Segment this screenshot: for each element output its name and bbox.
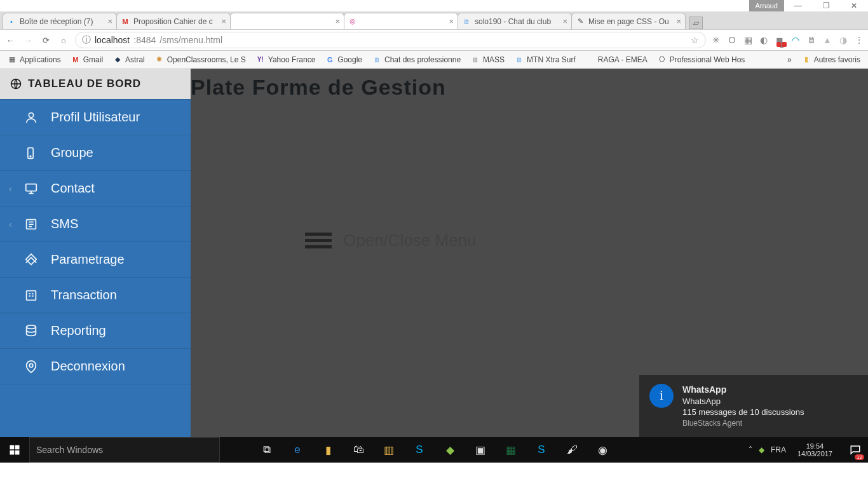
yahoo-icon: Y! [256,55,265,64]
bookmark-item[interactable]: 🗎MTN Xtra Surf [511,53,580,66]
taskbar-app-explorer[interactable]: ▮ [313,437,343,463]
browser-tab[interactable]: • Boîte de réception (7) × [3,13,117,29]
sidebar-item-profil[interactable]: Profil Utilisateur [0,99,191,135]
tray-icon[interactable]: ◆ [759,445,764,454]
sidebar-item-parametrage[interactable]: Parametrage [0,241,191,277]
forward-button[interactable]: → [22,36,34,45]
start-button[interactable] [0,444,29,456]
taskbar-search[interactable]: Search Windows [29,437,220,463]
tab-close-button[interactable]: × [221,17,226,26]
extension-icon[interactable]: ◼1 [775,35,785,45]
action-center-count: 12 [855,454,864,460]
bookmarks-overflow-button[interactable]: » [783,53,796,66]
action-center-button[interactable]: 12 [843,437,868,463]
gmail-icon: M [71,55,80,64]
extension-icon[interactable]: ◑ [838,35,848,45]
bookmark-item[interactable]: ⎔Professional Web Hos [654,53,749,66]
browser-menu-button[interactable]: ⋮ [854,35,864,45]
extension-icon[interactable]: ✳ [711,35,721,45]
tab-close-button[interactable]: × [335,17,340,26]
new-tab-button[interactable]: ▱ [689,17,703,29]
taskbar-app-edge[interactable]: e [282,437,313,463]
bookmark-item[interactable]: ▦Applications [4,53,65,66]
sidebar-item-label: Contact [51,181,95,196]
site-icon: ✺ [155,55,164,64]
notification-toast[interactable]: i WhatsApp WhatsApp 115 messages de 10 d… [639,375,868,437]
extension-icon[interactable]: ▲ [822,35,832,45]
bookmark-item[interactable]: ◆Astral [109,53,149,66]
page-icon: 🗎 [515,55,524,64]
taskbar-app-paint[interactable]: 🖌 [557,437,587,463]
taskbar-app-skype[interactable]: S [404,437,435,463]
bookmark-label: Astral [125,55,145,64]
taskview-button[interactable]: ⧉ [252,437,282,463]
taskbar-app-chrome[interactable]: ◉ [587,437,618,463]
tab-close-button[interactable]: × [562,17,567,26]
sidebar-header[interactable]: TABLEAU DE BORD [0,69,191,99]
taskbar-search-placeholder: Search Windows [36,445,103,455]
reload-button[interactable]: ⟳ [39,36,52,45]
tab-close-button[interactable]: × [107,17,112,26]
window-maximize-button[interactable]: ❐ [812,0,840,11]
bookmark-item[interactable]: GGoogle [322,53,366,66]
tray-clock[interactable]: 19:54 14/03/2017 [792,442,837,458]
browser-tab[interactable]: ◎ × [344,13,458,29]
badge-count: 1 [776,42,787,47]
extension-icon[interactable]: ▦ [743,35,753,45]
url-port: :8484 [133,35,156,45]
sidebar-item-contact[interactable]: ‹ Contact [0,170,191,206]
browser-tab[interactable]: × [230,13,344,29]
bookmark-item[interactable]: 🗎MASS [467,53,508,66]
sidebar-item-sms[interactable]: ‹ SMS [0,206,191,241]
windows-taskbar: Search Windows ⧉ e ▮ 🛍 ▥ S ◆ ▣ ▦ S 🖌 ◉ ˄… [0,437,868,463]
extension-icon[interactable]: 🗎 [806,35,817,45]
address-bar[interactable]: ⓘ localhost:8484/sms/menu.html ☆ [75,32,706,48]
bookmark-item[interactable]: 🗎Chat des professionne [369,53,465,66]
sidebar-item-transaction[interactable]: Transaction [0,277,191,313]
tab-close-button[interactable]: × [449,17,454,26]
home-button[interactable]: ⌂ [57,36,70,45]
sidebar-item-groupe[interactable]: Groupe [0,135,191,170]
user-icon [24,111,39,125]
sidebar-item-deconnexion[interactable]: Deconnexion [0,348,191,384]
bookmark-item[interactable]: Y!Yahoo France [252,53,320,66]
favicon-icon: • [7,17,16,26]
browser-tab[interactable]: 🗎 solo190 - Chat du club × [458,13,572,29]
toast-app: WhatsApp [682,396,804,407]
bookmark-star-icon[interactable]: ☆ [691,35,699,45]
other-bookmarks-folder[interactable]: ▮Autres favoris [798,53,864,66]
tray-language[interactable]: FRA [771,445,786,454]
bookmark-item[interactable]: ✺OpenClassrooms, Le S [151,53,250,66]
sidebar-item-reporting[interactable]: Reporting [0,313,191,348]
chevron-left-icon: ‹ [9,219,12,229]
taskbar-apps: ⧉ e ▮ 🛍 ▥ S ◆ ▣ ▦ S 🖌 ◉ [252,437,618,463]
extension-icon[interactable]: ◠ [790,35,801,45]
extension-icon[interactable]: ◐ [759,35,769,45]
phone-icon [24,147,39,159]
tray-date: 14/03/2017 [797,450,832,458]
taskbar-app-terminal[interactable]: ▣ [465,437,496,463]
browser-tab[interactable]: ✎ Mise en page CSS - Ou × [571,13,686,29]
taskbar-app-skype2[interactable]: S [526,437,557,463]
extension-icon[interactable]: O [727,35,737,45]
browser-tab[interactable]: M Proposition Cahier de c × [116,13,231,29]
taskbar-app-bluestacks[interactable]: ◆ [435,437,465,463]
tray-overflow-button[interactable]: ˄ [749,445,752,454]
toast-text: WhatsApp WhatsApp 115 messages de 10 dis… [682,384,804,428]
window-minimize-button[interactable]: — [784,0,812,11]
bookmark-label: Professional Web Hos [670,55,745,64]
taskbar-app-store[interactable]: 🛍 [343,437,374,463]
back-button[interactable]: ← [4,36,17,45]
taskbar-app-notes[interactable]: ▥ [374,437,404,463]
window-close-button[interactable]: ✕ [840,0,868,11]
bookmark-label: Chat des professionne [384,55,461,64]
page-icon: 🗎 [471,55,480,64]
tray-time: 19:54 [797,442,832,450]
bookmark-item[interactable]: MGmail [67,53,107,66]
bookmark-item[interactable]: RAGA - EMEA [582,53,651,66]
svg-rect-6 [27,290,36,300]
site-info-icon[interactable]: ⓘ [82,34,91,46]
taskbar-app-excel[interactable]: ▦ [496,437,526,463]
svg-point-3 [30,156,31,157]
tab-close-button[interactable]: × [676,17,681,26]
